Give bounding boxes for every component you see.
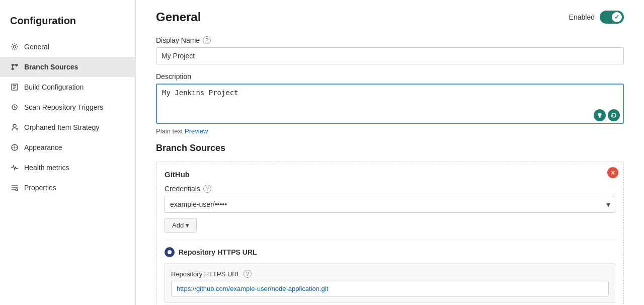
repo-url-title: Repository HTTPS URL: [179, 248, 257, 256]
main-header: General Enabled ✓: [156, 10, 624, 24]
add-button[interactable]: Add ▾: [165, 218, 197, 233]
enabled-toggle-container: Enabled ✓: [569, 11, 624, 24]
repo-url-sub: Repository HTTPS URL ?: [165, 263, 615, 303]
sidebar-item-build-configuration[interactable]: Build Configuration: [0, 77, 135, 97]
sidebar-item-properties[interactable]: Properties: [0, 178, 135, 198]
credentials-select[interactable]: example-user/•••••: [165, 196, 615, 213]
properties-icon: [10, 183, 19, 192]
branch-sources-section: Branch Sources × GitHub Credentials ? ex…: [156, 143, 624, 305]
sidebar-title: Configuration: [0, 10, 135, 37]
textarea-action-icons: [594, 109, 620, 121]
repo-url-dot-icon: [165, 247, 175, 257]
sidebar-item-appearance[interactable]: Appearance: [0, 137, 135, 158]
branch-sources-title: Branch Sources: [156, 143, 624, 154]
svg-point-7: [16, 189, 18, 191]
display-name-input[interactable]: [156, 47, 624, 64]
sidebar-item-general[interactable]: General: [0, 37, 135, 57]
sidebar-item-label-health-metrics: Health metrics: [24, 164, 69, 172]
description-textarea-wrapper: My Jenkins Project: [156, 84, 624, 125]
credentials-label: Credentials ?: [165, 185, 615, 193]
branch-icon: [10, 62, 19, 71]
repo-url-sub-label: Repository HTTPS URL ?: [171, 270, 609, 278]
repo-url-input[interactable]: [171, 281, 609, 296]
sidebar-item-label-build-configuration: Build Configuration: [24, 83, 84, 91]
description-group: Description My Jenkins Project Plai: [156, 72, 624, 135]
svg-point-1: [12, 64, 14, 66]
orphan-icon: [10, 123, 19, 132]
health-icon: [10, 163, 19, 172]
sidebar-item-orphaned-item-strategy[interactable]: Orphaned Item Strategy: [0, 117, 135, 137]
add-button-label: Add: [172, 221, 184, 229]
repo-url-section: Repository HTTPS URL Repository HTTPS UR…: [165, 240, 615, 303]
description-textarea[interactable]: My Jenkins Project: [156, 84, 624, 124]
github-title: GitHub: [165, 170, 615, 179]
svg-point-0: [14, 46, 16, 48]
svg-point-3: [12, 68, 14, 70]
display-name-label: Display Name ?: [156, 36, 624, 44]
sidebar-item-branch-sources[interactable]: Branch Sources: [0, 57, 135, 77]
scan-icon: [10, 103, 19, 112]
add-button-caret-icon: ▾: [186, 221, 189, 229]
textarea-refresh-button[interactable]: [608, 109, 620, 121]
display-name-help-icon[interactable]: ?: [203, 36, 211, 44]
sidebar-item-label-properties: Properties: [24, 184, 56, 192]
sidebar-item-label-appearance: Appearance: [24, 143, 62, 151]
plain-text-label: Plain text: [156, 127, 183, 135]
sidebar-item-label-scan-repository-triggers: Scan Repository Triggers: [24, 103, 103, 111]
github-card: × GitHub Credentials ? example-user/••••…: [156, 162, 624, 305]
display-name-group: Display Name ?: [156, 36, 624, 64]
toggle-knob: ✓: [612, 12, 622, 22]
repo-url-header: Repository HTTPS URL: [165, 247, 615, 257]
appearance-icon: [10, 143, 19, 152]
repo-url-dot-inner: [168, 250, 172, 254]
page-title: General: [156, 10, 201, 24]
credentials-select-wrapper: example-user/••••• ▾: [165, 196, 615, 213]
sidebar-item-label-general: General: [24, 43, 49, 51]
sidebar-item-health-metrics[interactable]: Health metrics: [0, 158, 135, 178]
enabled-label: Enabled: [569, 13, 595, 21]
sidebar: Configuration General Branch Sources: [0, 0, 136, 305]
enabled-toggle[interactable]: ✓: [600, 11, 624, 24]
sidebar-item-scan-repository-triggers[interactable]: Scan Repository Triggers: [0, 97, 135, 117]
build-icon: [10, 83, 19, 92]
gear-icon: [10, 42, 19, 51]
description-label: Description: [156, 72, 624, 81]
sidebar-item-label-orphaned-item-strategy: Orphaned Item Strategy: [24, 123, 99, 131]
toggle-check-icon: ✓: [614, 14, 619, 21]
preview-link[interactable]: Preview: [185, 127, 208, 135]
plain-text-row: Plain text Preview: [156, 127, 624, 135]
sidebar-item-label-branch-sources: Branch Sources: [24, 63, 78, 71]
credentials-help-icon[interactable]: ?: [203, 185, 211, 193]
main-content: General Enabled ✓ Display Name ? Descrip…: [136, 0, 644, 305]
github-card-close-button[interactable]: ×: [607, 167, 618, 178]
textarea-lightbulb-button[interactable]: [594, 109, 606, 121]
repo-url-help-icon[interactable]: ?: [244, 270, 252, 278]
